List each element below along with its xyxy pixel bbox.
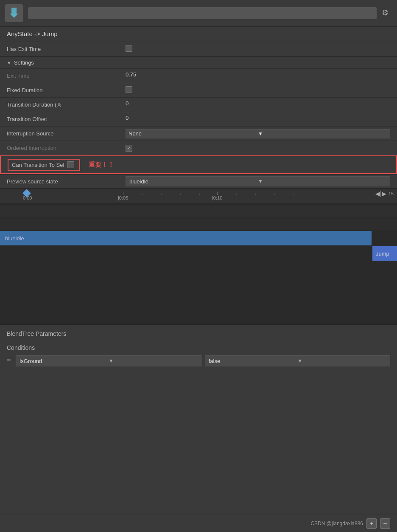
conditions-row: ≡ isGround ▼ false ▼ [7,355,390,366]
brand-label: CSDN @jiangdaxia886 [310,521,363,526]
fixed-duration-checkbox[interactable] [126,86,390,94]
conditions-value-dropdown[interactable]: false ▼ [205,355,390,366]
interruption-source-dropdown[interactable]: None ▼ [126,129,390,138]
has-exit-time-checkbox[interactable] [126,45,390,53]
conditions-param-arrow-icon: ▼ [109,358,198,364]
exit-time-row: Exit Time 0.75 [0,69,397,83]
track-sub-bg [0,246,397,261]
main-panel: ⚙ AnyState -> Jump Has Exit Time ▼ Setti… [0,0,397,532]
ruler-sub-6 [161,194,162,195]
ruler-sub-11 [274,194,275,195]
track-main: blueidle [0,231,397,245]
ruler-sub-12 [294,194,294,195]
track-jump-bar: Jump [372,246,397,261]
footer: CSDN @jiangdaxia886 + − [0,515,397,532]
header: ⚙ [0,0,397,27]
ruler-label-10: |0:10 [212,195,222,200]
ruler-sub-7 [180,194,181,195]
blend-tree-section: BlendTree Parameters [0,324,397,340]
track-jump-label: Jump [376,251,389,257]
exit-time-label: Exit Time [7,73,126,79]
ruler-sub-2 [66,194,66,195]
transition-title: AnyState -> Jump [0,27,397,42]
conditions-param-dropdown[interactable]: isGround ▼ [16,355,201,366]
ruler-label-5: |0:05 [118,195,128,200]
transition-offset-input[interactable]: 0 [126,115,390,124]
has-exit-time-label: Has Exit Time [7,46,126,52]
ordered-interruption-row: Ordered Interruption [0,141,397,155]
has-exit-time-section: Has Exit Time [0,42,397,56]
conditions-value-label: false [209,358,298,364]
interruption-source-arrow-icon: ▼ [258,131,387,137]
interruption-source-value: None [129,130,258,137]
conditions-value-arrow-icon: ▼ [297,358,386,364]
add-button[interactable]: + [366,518,377,529]
ruler-sub-4 [104,194,104,195]
end-marker-icon: ◀|▶ [375,190,386,197]
ordered-interruption-label: Ordered Interruption [7,145,126,151]
ruler-sub-14 [332,194,332,195]
ruler-sub-9 [236,194,237,195]
can-transition-label: Can Transition To Sel [12,162,64,168]
ruler-sub-3 [85,194,85,195]
title-bar-bg [28,7,377,19]
ruler-end-area: ◀|▶ :15 [375,190,394,197]
track-blueidle-bar: blueidle [0,231,372,245]
interruption-source-label: Interruption Source [7,130,126,137]
ruler-tick-5 [123,192,123,195]
preview-source-row: Preview source state blueidle ▼ [0,174,397,189]
ruler-sub-13 [313,194,313,195]
can-transition-checkbox-box[interactable] [67,161,74,168]
track-blueidle-label: blueidle [5,235,24,242]
fixed-duration-label: Fixed Duration [7,87,126,93]
preview-source-value: blueidle [129,178,258,185]
ordered-interruption-checkbox[interactable] [126,145,390,152]
exit-time-value: 0.75 [126,71,390,81]
track-empty-2 [0,218,397,230]
blend-tree-label: BlendTree Parameters [7,330,66,337]
settings-title: Settings [14,59,34,66]
remove-button[interactable]: − [380,518,390,529]
conditions-param-label: isGround [20,358,109,364]
transition-duration-input[interactable]: 0 [126,100,390,110]
ruler-sub-8 [199,194,200,195]
interruption-source-row: Interruption Source None ▼ [0,127,397,141]
fixed-duration-row: Fixed Duration [0,83,397,98]
preview-source-label: Preview source state [7,178,126,185]
can-transition-row: Can Transition To Sel 重要！！ [0,155,397,174]
transition-offset-row: Transition Offset 0 [0,112,397,127]
timeline: 0:00 |0:05 |0:10 [0,189,397,324]
important-annotation: 重要！！ [89,161,114,169]
preview-source-arrow-icon: ▼ [258,178,386,184]
ordered-interruption-checkbox-box[interactable] [126,145,132,152]
ruler-sub-1 [47,194,47,195]
timeline-ruler[interactable]: 0:00 |0:05 |0:10 [0,189,397,203]
svg-rect-0 [11,8,17,14]
settings-toggle[interactable]: ▼ Settings [0,56,397,69]
transition-duration-label: Transition Duration (% [7,101,126,108]
transition-duration-row: Transition Duration (% 0 [0,98,397,112]
transition-offset-label: Transition Offset [7,116,126,122]
has-exit-time-row: Has Exit Time [0,42,397,56]
track-sub: Jump [0,246,397,261]
fixed-duration-checkbox-box[interactable] [126,86,132,93]
exit-time-input[interactable]: 0.75 [126,71,390,81]
ruler-label-15: :15 [387,191,394,196]
ruler-ticks: 0:00 |0:05 |0:10 [0,189,397,203]
ruler-sub-10 [255,194,256,195]
gear-icon[interactable]: ⚙ [382,8,392,18]
conditions-title: Conditions [7,344,390,351]
track-empty-1 [0,205,397,217]
interruption-source-select[interactable]: None ▼ [126,129,390,138]
ruler-sub-5 [142,194,143,195]
conditions-section: Conditions ≡ isGround ▼ false ▼ [0,340,397,374]
svg-marker-1 [10,14,18,18]
has-exit-time-checkbox-box[interactable] [126,45,132,52]
tracks-area: blueidle Jump [0,203,397,263]
transition-icon [5,4,23,22]
drag-handle-icon[interactable]: ≡ [7,357,11,365]
settings-arrow-icon: ▼ [7,60,11,65]
transition-offset-value: 0 [126,115,390,124]
ruler-tick-10 [217,192,218,195]
preview-source-dropdown[interactable]: blueidle ▼ [126,176,390,186]
